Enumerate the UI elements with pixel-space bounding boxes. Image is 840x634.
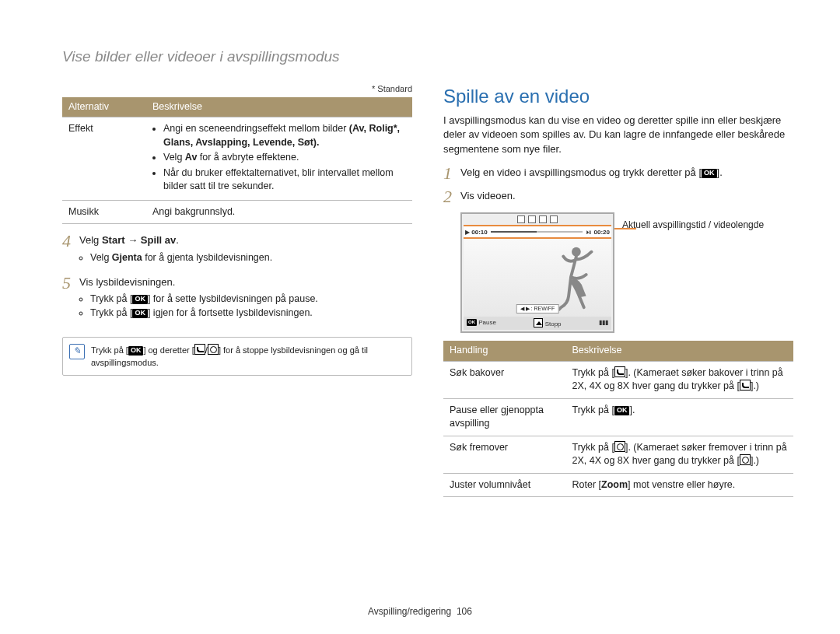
effekt-b3: Når du bruker effektalternativet, blir i… bbox=[163, 166, 406, 194]
table-row: Effekt Angi en sceneendringseffekt mello… bbox=[62, 117, 412, 201]
macro-icon bbox=[740, 380, 751, 391]
th-beskrivelse: Beskrivelse bbox=[146, 97, 412, 117]
right-column: Spille av en video I avspillingsmodus ka… bbox=[443, 83, 793, 498]
effekt-b2: Velg Av for å avbryte effektene. bbox=[163, 151, 406, 165]
step-number: 2 bbox=[443, 187, 460, 206]
ok-icon: OK bbox=[614, 406, 630, 415]
row-desc: Angi bakgrunnslyd. bbox=[146, 200, 412, 224]
ok-icon: OK bbox=[132, 295, 148, 304]
table-row: Juster volumnivået Roter [Zoom] mot vens… bbox=[443, 473, 793, 497]
step-number: 1 bbox=[443, 164, 460, 183]
step5-bullet2: Trykk på [OK] igjen for å fortsette lysb… bbox=[90, 306, 412, 321]
up-icon bbox=[534, 318, 543, 328]
row-label: Pause eller gjenoppta avspilling bbox=[443, 398, 566, 436]
step-number: 4 bbox=[62, 232, 79, 269]
step-4: 4 Velg Start → Spill av. Velg Gjenta for… bbox=[62, 232, 412, 269]
table-row: Søk fremover Trykk på []. (Kameraet søke… bbox=[443, 436, 793, 473]
breadcrumb: Vise bilder eller videoer i avspillingsm… bbox=[62, 47, 793, 68]
th-handling: Handling bbox=[443, 341, 566, 361]
screen-top-icons bbox=[464, 215, 611, 223]
video-preview: ▶ 00:10 ⏯ 00:20 ◀ ▶ : REW/FF OK Paus bbox=[460, 212, 614, 333]
table-row: Musikk Angi bakgrunnslyd. bbox=[62, 200, 412, 224]
step5-bullet1: Trykk på [OK] for å sette lysbildevisnin… bbox=[90, 292, 412, 306]
timer-icon bbox=[614, 441, 625, 452]
row-label: Effekt bbox=[62, 117, 146, 201]
dancer-icon bbox=[549, 243, 596, 311]
th-alternativ: Alternativ bbox=[62, 97, 146, 117]
step-2: 2 Vis videoen. bbox=[443, 187, 793, 206]
row-label: Søk bakover bbox=[443, 361, 566, 398]
section-heading: Spille av en video bbox=[443, 83, 793, 110]
step-5: 5 Vis lysbildevisningen. Trykk på [OK] f… bbox=[62, 274, 412, 324]
note-icon: ✎ bbox=[69, 344, 85, 359]
ok-icon: OK bbox=[702, 169, 717, 178]
intro-text: I avspillingsmodus kan du vise en video … bbox=[443, 114, 793, 156]
standard-note: * Standard bbox=[62, 83, 412, 95]
rewff-label: ◀ ▶ : REW/FF bbox=[516, 304, 559, 313]
table-row: Søk bakover Trykk på []. (Kameraet søker… bbox=[443, 361, 793, 398]
macro-icon bbox=[614, 366, 625, 377]
row-desc: Trykk på []. (Kameraet søker bakover i t… bbox=[566, 361, 794, 398]
screen-bottom-bar: OK Pause Stopp ▮▮▮ bbox=[464, 317, 611, 330]
step-1: 1 Velg en video i avspillingsmodus og tr… bbox=[443, 164, 793, 183]
row-desc: Roter [Zoom] mot venstre eller høyre. bbox=[566, 473, 794, 497]
ok-icon: OK bbox=[132, 309, 148, 318]
step-number: 5 bbox=[62, 274, 79, 324]
note-text: Trykk på [OK] og deretter [/] for å stop… bbox=[91, 344, 405, 369]
video-body: ◀ ▶ : REW/FF bbox=[464, 239, 611, 317]
note-box: ✎ Trykk på [OK] og deretter [/] for å st… bbox=[62, 337, 412, 376]
timer-icon bbox=[208, 344, 219, 355]
options-table: Alternativ Beskrivelse Effekt Angi en sc… bbox=[62, 97, 412, 225]
row-label: Søk fremover bbox=[443, 436, 566, 473]
row-label: Musikk bbox=[62, 200, 146, 224]
row-desc: Trykk på []. (Kameraet søker fremover i … bbox=[566, 436, 794, 473]
step4-bullet: Velg Gjenta for å gjenta lysbildevisning… bbox=[90, 251, 412, 265]
ok-icon: OK bbox=[467, 319, 477, 326]
effekt-b1: Angi en sceneendringseffekt mellom bilde… bbox=[163, 122, 406, 149]
timer-icon bbox=[740, 454, 751, 465]
th-beskrivelse: Beskrivelse bbox=[566, 341, 794, 361]
table-row: Pause eller gjenoppta avspilling Trykk p… bbox=[443, 398, 793, 436]
actions-table: Handling Beskrivelse Søk bakover Trykk p… bbox=[443, 341, 793, 497]
row-desc: Trykk på [OK]. bbox=[566, 398, 794, 436]
macro-icon bbox=[194, 344, 205, 355]
caption: Aktuell avspillingstid / videolengde bbox=[622, 212, 793, 232]
time-bar: ▶ 00:10 ⏯ 00:20 bbox=[464, 225, 611, 239]
ok-icon: OK bbox=[128, 346, 144, 356]
page-footer: Avspilling/redigering 106 bbox=[0, 605, 840, 618]
row-label: Juster volumnivået bbox=[443, 473, 566, 497]
left-column: * Standard Alternativ Beskrivelse Effekt… bbox=[62, 83, 412, 498]
